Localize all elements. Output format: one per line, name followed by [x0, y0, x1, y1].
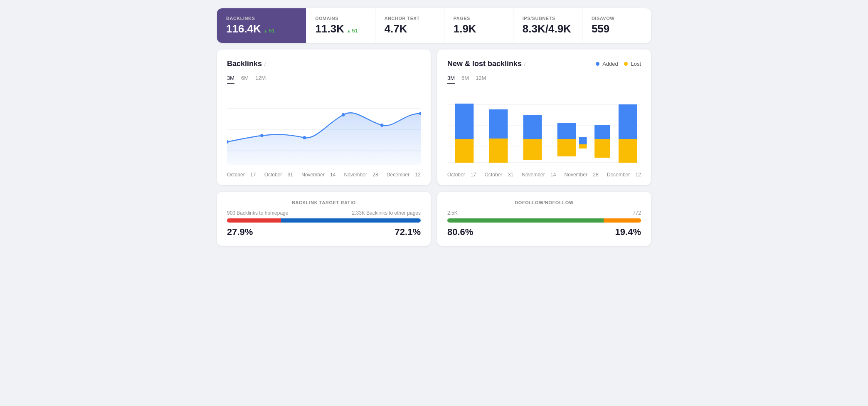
- tab-6m-backlinks[interactable]: 6M: [241, 75, 249, 84]
- new-lost-chart-header: New & lost backlinks i Added Lost: [447, 59, 641, 68]
- svg-point-4: [260, 134, 263, 137]
- svg-rect-14: [455, 139, 474, 163]
- dofollow-labels: 2.5K 772: [447, 210, 641, 216]
- stat-backlinks-delta: 51: [264, 27, 275, 34]
- backlinks-chart-card: Backlinks i 3M 6M 12M: [217, 50, 431, 185]
- backlink-ratio-right-label: 2.33K Backlinks to other pages: [352, 210, 421, 216]
- svg-rect-16: [489, 139, 508, 163]
- new-lost-chart-card: New & lost backlinks i Added Lost 3M 6M: [437, 50, 651, 185]
- svg-rect-21: [579, 137, 587, 144]
- tab-3m-backlinks[interactable]: 3M: [227, 75, 234, 84]
- svg-point-6: [342, 113, 345, 116]
- dofollow-card: DOFOLLOW/NOFOLLOW 2.5K 772 80.6% 19.4%: [437, 192, 651, 246]
- stat-disavow: DISAVOW 559: [582, 8, 651, 43]
- bar-chart-x-labels: October – 17 October – 31 November – 14 …: [447, 172, 641, 178]
- line-chart-svg: [227, 92, 421, 167]
- bottom-row: BACKLINK TARGET RATIO 900 Backlinks to h…: [217, 192, 651, 246]
- legend-lost-label: Lost: [631, 61, 641, 67]
- svg-rect-20: [557, 139, 576, 156]
- stat-backlinks: BACKLINKS 116.4K 51: [217, 8, 306, 43]
- tab-12m-new-lost[interactable]: 12M: [476, 75, 486, 84]
- tab-3m-new-lost[interactable]: 3M: [447, 75, 455, 84]
- svg-rect-13: [455, 104, 474, 139]
- backlink-ratio-labels: 900 Backlinks to homepage 2.33K Backlink…: [227, 210, 421, 216]
- bar-chart-svg: [447, 92, 641, 167]
- svg-rect-23: [594, 125, 610, 139]
- backlink-ratio-left-label: 900 Backlinks to homepage: [227, 210, 288, 216]
- stat-disavow-label: DISAVOW: [592, 16, 642, 21]
- backlink-ratio-left-pct: 27.9%: [227, 227, 253, 238]
- svg-rect-24: [594, 139, 610, 158]
- legend-lost-dot: [624, 62, 628, 66]
- stat-pages-value: 1.9K: [454, 22, 504, 35]
- stat-anchor-label: ANCHOR TEXT: [385, 16, 435, 21]
- stat-ips: IPS/SUBNETS 8.3K/4.9K: [513, 8, 582, 43]
- bar-chart-container: October – 17 October – 31 November – 14 …: [447, 92, 641, 175]
- backlinks-chart-info: i: [264, 61, 266, 67]
- new-lost-chart-title: New & lost backlinks: [447, 59, 522, 68]
- dofollow-right-label: 772: [633, 210, 641, 216]
- tab-6m-new-lost[interactable]: 6M: [461, 75, 469, 84]
- backlink-ratio-bar: [227, 218, 421, 223]
- backlink-ratio-card: BACKLINK TARGET RATIO 900 Backlinks to h…: [217, 192, 431, 246]
- stat-pages: PAGES 1.9K: [444, 8, 513, 43]
- stat-disavow-value: 559: [592, 22, 642, 35]
- legend-added-label: Added: [602, 61, 618, 67]
- stat-backlinks-label: BACKLINKS: [226, 16, 297, 21]
- stat-pages-label: PAGES: [454, 16, 504, 21]
- stat-anchor-value: 4.7K: [385, 22, 435, 35]
- svg-rect-22: [579, 144, 587, 149]
- dofollow-values: 80.6% 19.4%: [447, 227, 641, 238]
- line-chart-x-labels: October – 17 October – 31 November – 14 …: [227, 172, 421, 178]
- svg-rect-17: [523, 115, 542, 139]
- dofollow-left-label: 2.5K: [447, 210, 458, 216]
- svg-point-5: [303, 136, 306, 139]
- stats-bar: BACKLINKS 116.4K 51 DOMAINS 11.3K 51 ANC…: [217, 8, 651, 43]
- backlink-ratio-values: 27.9% 72.1%: [227, 227, 421, 238]
- backlink-ratio-blue-segment: [281, 218, 421, 223]
- backlinks-time-tabs: 3M 6M 12M: [227, 75, 421, 84]
- legend-added-dot: [596, 62, 599, 66]
- dofollow-title: DOFOLLOW/NOFOLLOW: [447, 200, 641, 205]
- stat-ips-label: IPS/SUBNETS: [523, 16, 573, 21]
- dofollow-green-segment: [447, 218, 604, 223]
- dashboard: BACKLINKS 116.4K 51 DOMAINS 11.3K 51 ANC…: [217, 8, 651, 246]
- stat-ips-value: 8.3K/4.9K: [523, 22, 573, 35]
- backlink-ratio-red-segment: [227, 218, 281, 223]
- backlinks-chart-title: Backlinks: [227, 59, 262, 68]
- svg-rect-19: [557, 123, 576, 139]
- stat-domains-label: DOMAINS: [316, 16, 366, 21]
- stat-domains-delta: 51: [347, 27, 358, 34]
- backlinks-chart-header: Backlinks i: [227, 59, 421, 68]
- stat-domains-value: 11.3K: [316, 22, 344, 35]
- svg-point-7: [380, 124, 383, 127]
- new-lost-chart-info: i: [524, 61, 525, 67]
- tab-12m-backlinks[interactable]: 12M: [255, 75, 266, 84]
- dofollow-right-pct: 19.4%: [615, 227, 641, 238]
- dofollow-left-pct: 80.6%: [447, 227, 473, 238]
- stat-backlinks-value: 116.4K: [226, 22, 261, 35]
- svg-rect-18: [523, 139, 542, 160]
- backlink-ratio-right-pct: 72.1%: [395, 227, 421, 238]
- chart-legend: Added Lost: [596, 61, 641, 67]
- dofollow-ratio-bar: [447, 218, 641, 223]
- backlink-ratio-title: BACKLINK TARGET RATIO: [227, 200, 421, 205]
- charts-row: Backlinks i 3M 6M 12M: [217, 50, 651, 185]
- svg-rect-25: [619, 104, 637, 139]
- svg-rect-26: [619, 139, 637, 163]
- line-chart-container: October – 17 October – 31 November – 14 …: [227, 92, 421, 175]
- new-lost-time-tabs: 3M 6M 12M: [447, 75, 641, 84]
- stat-anchor-text: ANCHOR TEXT 4.7K: [375, 8, 444, 43]
- stat-domains: DOMAINS 11.3K 51: [306, 8, 375, 43]
- dofollow-orange-segment: [604, 218, 641, 223]
- svg-rect-15: [489, 109, 508, 139]
